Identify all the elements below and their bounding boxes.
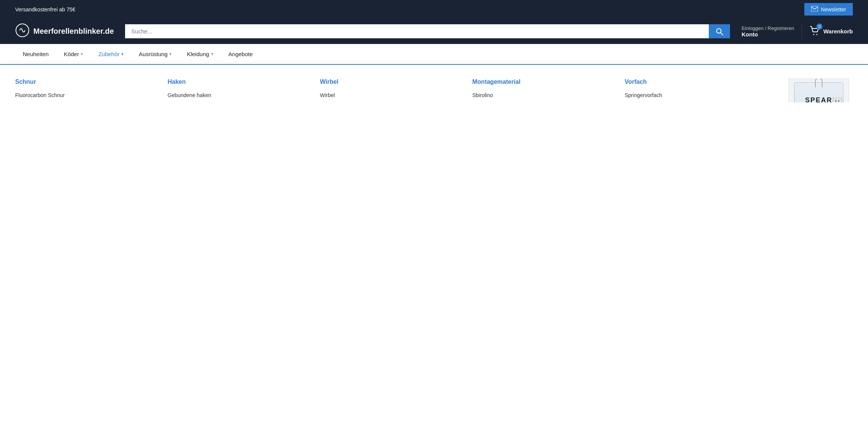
chevron-down-icon: ▾ [81, 52, 83, 56]
nav-item-kleidung[interactable]: Kleidung ▾ [179, 44, 221, 64]
account-top-label: Einloggen / Registrieren [741, 25, 794, 31]
spear-title: SPEAR [805, 96, 832, 102]
logo-text: Meerforellenblinker.de [33, 27, 114, 36]
shipping-text: Versandkostenfrei ab 75€ [15, 6, 75, 13]
svg-point-5 [816, 34, 818, 35]
chevron-down-icon-ausruestung: ▾ [169, 52, 172, 56]
dropdown-heading-haken[interactable]: Haken [168, 78, 320, 85]
top-banner: Versandkostenfrei ab 75€ Newsletter [0, 0, 868, 19]
cart-label: Warenkorb [823, 28, 853, 35]
spear-size: 6 4 [833, 98, 841, 102]
newsletter-icon [811, 6, 818, 13]
nav-label-zubehoer: Zubehör [98, 51, 119, 57]
chevron-down-icon-zubehoer: ▾ [121, 52, 124, 56]
account-area[interactable]: Einloggen / Registrieren Konto [741, 25, 794, 38]
search-area [125, 24, 730, 38]
nav-label-neuheiten: Neuheiten [23, 51, 49, 57]
spear-package: SPEAR 21-SS TREBLE TYPE Tournament Grade… [794, 82, 843, 102]
search-button[interactable] [709, 24, 730, 38]
svg-line-3 [721, 33, 723, 35]
dropdown-col-haken: Haken Gebundene haken Einzelhaken Doppel… [168, 78, 320, 102]
header-actions: Einloggen / Registrieren Konto 0 Warenko… [741, 24, 853, 39]
newsletter-button[interactable]: Newsletter [804, 3, 853, 16]
nav-item-ausruestung[interactable]: Ausrüstung ▾ [131, 44, 179, 64]
logo[interactable]: Meerforellenblinker.de [15, 23, 114, 39]
nav-label-ausruestung: Ausrüstung [139, 51, 168, 57]
dropdown-col-schnur: Schnur Fluorocarbon Schnur Vorfachschnur… [15, 78, 168, 102]
nav-item-angebote[interactable]: Angebote [221, 44, 260, 64]
dropdown-heading-vorfach[interactable]: Vorfach [625, 78, 777, 85]
nav-label-kleidung: Kleidung [187, 51, 209, 57]
search-input[interactable] [125, 24, 709, 38]
svg-rect-0 [811, 6, 818, 11]
dropdown-link-wirbel[interactable]: Wirbel [320, 92, 472, 98]
dropdown-col-wirbel: Wirbel Wirbel Springringe Snaps [320, 78, 472, 102]
header: Meerforellenblinker.de Einloggen / Regis… [0, 19, 868, 44]
nav-label-angebote: Angebote [229, 51, 253, 57]
newsletter-label: Newsletter [821, 6, 846, 13]
nav-bar: Neuheiten Köder ▾ Zubehör ▾ Ausrüstung ▾… [0, 44, 868, 64]
product-image-box[interactable]: SPEAR 21-SS TREBLE TYPE Tournament Grade… [788, 78, 849, 102]
dropdown-col-vorfach: Vorfach Springervorfach Fliegenvorfach V… [625, 78, 777, 102]
dropdown-product-image-col: SPEAR 21-SS TREBLE TYPE Tournament Grade… [777, 78, 853, 102]
logo-icon [15, 23, 30, 39]
header-divider [802, 24, 802, 39]
dropdown-panel: Schnur Fluorocarbon Schnur Vorfachschnur… [0, 64, 868, 102]
chevron-down-icon-kleidung: ▾ [211, 52, 213, 56]
nav-item-neuheiten[interactable]: Neuheiten [15, 44, 56, 64]
package-hanger [815, 78, 823, 87]
account-bottom-label: Konto [741, 31, 758, 38]
cart-icon-wrap: 0 [810, 26, 820, 37]
dropdown-link-sbirolino[interactable]: Sbirolino [472, 92, 625, 98]
nav-label-koeder: Köder [64, 51, 79, 57]
nav-item-zubehoer[interactable]: Zubehör ▾ [91, 44, 131, 64]
dropdown-heading-schnur[interactable]: Schnur [15, 78, 168, 85]
dropdown-heading-montage[interactable]: Montagematerial [472, 78, 625, 85]
dropdown-col-montage: Montagematerial Sbirolino Stopper Perlen… [472, 78, 625, 102]
dropdown-link-springervorfach[interactable]: Springervorfach [625, 92, 777, 98]
nav-item-koeder[interactable]: Köder ▾ [56, 44, 91, 64]
svg-point-4 [813, 34, 815, 35]
dropdown-link-fluorocarbon[interactable]: Fluorocarbon Schnur [15, 92, 168, 98]
cart-badge: 0 [816, 24, 823, 30]
cart-area[interactable]: 0 Warenkorb [810, 26, 853, 37]
dropdown-link-gebundene[interactable]: Gebundene haken [168, 92, 320, 98]
dropdown-heading-wirbel[interactable]: Wirbel [320, 78, 472, 85]
